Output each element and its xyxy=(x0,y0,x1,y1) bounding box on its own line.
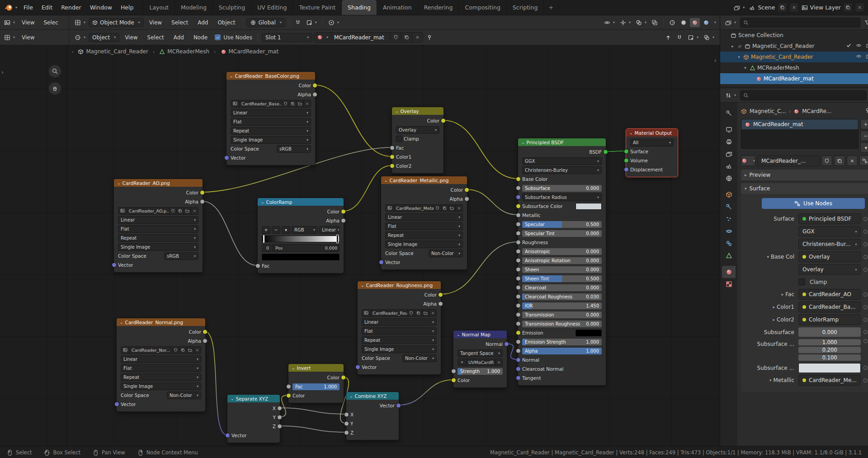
browse-image-button[interactable] xyxy=(231,100,240,107)
fake-user-button[interactable] xyxy=(434,205,441,212)
node-colorramp[interactable]: ⌄ColorRampColorAlpha+−▾RGB▾Linear▾0Pos0.… xyxy=(257,198,344,274)
open-image-button[interactable] xyxy=(297,100,304,107)
new-material-button[interactable] xyxy=(401,33,412,42)
node-slider-fac[interactable]: Fac1.000 xyxy=(292,383,340,390)
slot-dropdown[interactable]: Slot 1▾ xyxy=(262,33,312,42)
properties-search-input[interactable] xyxy=(740,90,867,100)
browse-material-button[interactable]: ▾ xyxy=(741,156,755,166)
prop-select-ggx[interactable]: GGX▾ xyxy=(798,226,861,237)
prop-link-principled-bsdf[interactable]: Principled BSDF xyxy=(798,213,861,224)
checkbox-unchecked[interactable] xyxy=(396,136,402,142)
ramp-position-slider[interactable]: Pos0.000 xyxy=(274,245,339,251)
keyframe-dot[interactable] xyxy=(863,318,868,322)
new-view-layer-button[interactable] xyxy=(843,3,853,12)
node-basecolor[interactable]: ⌄CardReader_BaseColor.pngColorAlphaCardR… xyxy=(226,71,316,165)
unlink-image-button[interactable] xyxy=(194,347,201,354)
workspace-tab-layout[interactable]: Layout xyxy=(143,0,175,15)
ramp-color-mode-select[interactable]: RGB▾ xyxy=(292,226,318,234)
node-normaltex[interactable]: ⌄CardReader_Normal.pngColorAlphaCardRead… xyxy=(116,318,206,412)
disclosure-toggle[interactable]: ▾ xyxy=(743,66,748,70)
scene-selector[interactable]: Scene xyxy=(749,3,798,12)
socket-float[interactable] xyxy=(516,285,521,290)
fake-user-button[interactable] xyxy=(172,347,179,354)
node-select-repeat[interactable]: Repeat▾ xyxy=(385,231,463,239)
keyframe-dot[interactable] xyxy=(863,305,868,309)
socket-vector[interactable] xyxy=(379,260,384,265)
collapse-node-icon[interactable]: ⌄ xyxy=(395,109,399,113)
new-image-button[interactable] xyxy=(441,205,448,212)
browse-image-button[interactable] xyxy=(362,310,371,316)
outliner-row-mcreadermesh[interactable]: ▾MCReaderMesh xyxy=(720,62,868,73)
prop-value-0[interactable]: 1.000 xyxy=(798,339,861,345)
workspace-tab-animation[interactable]: Animation xyxy=(377,0,418,15)
socket-float[interactable] xyxy=(286,384,291,389)
socket-float[interactable] xyxy=(516,349,521,354)
collapse-node-icon[interactable]: ⌄ xyxy=(117,181,121,185)
keyframe-dot[interactable] xyxy=(863,378,868,382)
properties-tab-output[interactable] xyxy=(722,136,736,148)
image-name[interactable]: CardReader_Rou... xyxy=(371,310,408,316)
socket-float[interactable] xyxy=(464,197,469,202)
socket-float[interactable] xyxy=(516,249,521,254)
node-select-overlay[interactable]: Overlay▾ xyxy=(396,126,439,134)
socket-color[interactable] xyxy=(516,204,521,209)
node-select-linear[interactable]: Linear▾ xyxy=(385,213,463,221)
selectability-toggle[interactable] xyxy=(846,42,852,50)
material-name-field[interactable]: MCardReader_mat xyxy=(331,33,391,42)
prop-select-overlay[interactable]: Overlay▾ xyxy=(798,264,861,275)
visibility-dropdown[interactable]: ▾ xyxy=(602,19,617,27)
workspace-tab-rendering[interactable]: Rendering xyxy=(418,0,459,15)
ramp-plus-button[interactable]: + xyxy=(262,226,270,234)
collapse-node-icon[interactable]: ⌄ xyxy=(349,394,353,398)
disclosure-toggle[interactable]: ▸ xyxy=(730,44,735,48)
node-select-srgb[interactable]: sRGB▾ xyxy=(164,252,198,260)
socket-color[interactable] xyxy=(200,190,205,195)
socket-float[interactable] xyxy=(451,369,456,374)
toolbar-toggle-icon[interactable]: › xyxy=(1,69,4,76)
properties-tab-modifiers[interactable] xyxy=(722,201,736,213)
editor-type-button[interactable]: ▾ xyxy=(2,33,17,42)
node-select-single-image[interactable]: Single Image▾ xyxy=(231,136,311,144)
browse-image-button[interactable] xyxy=(121,347,130,354)
properties-tab-texture[interactable] xyxy=(722,278,736,290)
socket-color[interactable] xyxy=(341,375,346,380)
collapse-node-icon[interactable]: ⌄ xyxy=(457,332,460,337)
socket-vector[interactable] xyxy=(504,342,509,347)
add-material-slot-button[interactable] xyxy=(860,119,868,129)
material-name-field[interactable]: MCardReader_... xyxy=(757,156,820,166)
properties-tab-constraints[interactable] xyxy=(722,237,736,250)
outliner-row-magnetic-card-reader[interactable]: ▾Magnetic_Card_Reader xyxy=(720,52,868,62)
image-editor-area[interactable]: › xyxy=(0,45,67,446)
node-metallic[interactable]: ⌄CardReader_Metallic.pngColorAlphaCardRe… xyxy=(381,176,467,270)
outliner-row-scene-collection[interactable]: Scene Collection xyxy=(720,30,868,41)
outliner-row-magnetic-card-reader[interactable]: ▸Magnetic_Card_Reader xyxy=(720,41,868,52)
browse-image-button[interactable] xyxy=(118,208,127,214)
node-select-subsurface-radius[interactable]: Subsurface Radius▾ xyxy=(522,194,602,201)
breadcrumb-item-mcreadermesh[interactable]: MCReaderMesh xyxy=(157,47,211,56)
show-gizmo-toggle[interactable]: ▾ xyxy=(618,19,632,27)
prop-value-2[interactable]: 0.100 xyxy=(798,354,861,361)
collection-checkbox[interactable] xyxy=(737,43,743,49)
socket-float[interactable] xyxy=(344,430,349,435)
socket-vector[interactable] xyxy=(516,358,521,363)
view-layer-selector[interactable]: View Layer xyxy=(802,3,865,12)
ramp-minus-button[interactable]: − xyxy=(272,226,280,234)
socket-float[interactable] xyxy=(516,340,521,345)
workspace-tab-uv-editing[interactable]: UV Editing xyxy=(251,0,293,15)
node-select-flat[interactable]: Flat▾ xyxy=(121,364,201,372)
new-image-button[interactable] xyxy=(179,347,187,354)
socket-color[interactable] xyxy=(286,393,291,398)
open-image-button[interactable] xyxy=(448,205,456,212)
prop-value-1[interactable]: 0.200 xyxy=(798,347,861,353)
node-select-repeat[interactable]: Repeat▾ xyxy=(362,336,437,344)
socket-color[interactable] xyxy=(451,378,456,383)
node-select-repeat[interactable]: Repeat▾ xyxy=(231,127,311,135)
node-snap-toggle[interactable] xyxy=(675,33,684,42)
use-nodes-button[interactable]: Use Nodes xyxy=(762,198,865,209)
show-overlays-dropdown[interactable]: ▾ xyxy=(634,19,648,27)
node-select-linear[interactable]: Linear▾ xyxy=(121,355,201,363)
socket-float[interactable] xyxy=(516,303,521,308)
transform-orientation-dropdown[interactable]: Global▾ xyxy=(247,18,285,27)
menu-view[interactable]: View xyxy=(18,33,38,42)
sidebar-toggle-icon[interactable]: ‹ xyxy=(714,57,717,64)
